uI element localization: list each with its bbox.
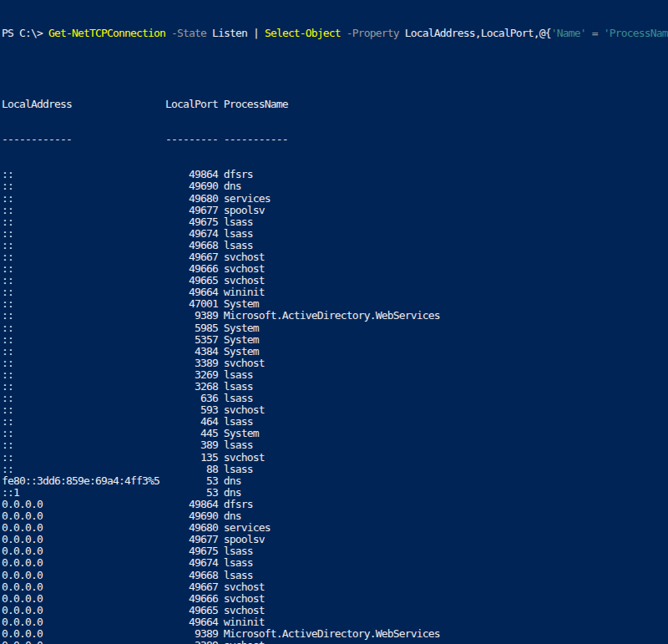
table-row: :: 3268 lsass [2,381,668,393]
table-row: 0.0.0.0 49864 dfsrs [2,499,668,510]
table-row: fe80::3dd6:859e:69a4:4ff3%5 53 dns [2,475,668,487]
space [165,27,171,39]
table-row: :: 464 lsass [2,416,668,428]
space [598,27,604,39]
table-row: :: 88 lsass [2,464,668,475]
table-row: :: 3269 lsass [2,369,668,381]
table-row: :: 3389 svchost [2,357,668,369]
table-row: :: 49666 svchost [2,263,668,275]
param-state: -State [171,27,206,39]
table-header-row: LocalAddress LocalPort ProcessName [2,99,668,110]
cmdlet-select-object: Select-Object [265,27,341,39]
table-row: :: 49674 lsass [2,228,668,240]
table-row: :: 49667 svchost [2,251,668,263]
table-row: 0.0.0.0 49666 svchost [2,593,668,605]
table-row: :: 49680 services [2,193,668,205]
table-row: 0.0.0.0 49665 svchost [2,605,668,616]
table-row: :: 49668 lsass [2,240,668,251]
table-row: :: 135 svchost [2,452,668,464]
command-line: PS C:\> Get-NetTCPConnection -State List… [2,28,668,39]
table-row: 0.0.0.0 9389 Microsoft.ActiveDirectory.W… [2,628,668,640]
table-row: 0.0.0.0 49667 svchost [2,581,668,593]
table-row: :: 593 svchost [2,404,668,416]
param-property: -Property [347,27,399,39]
table-row: ::1 53 dns [2,487,668,499]
prompt: PS C:\> [2,27,48,39]
table-row: :: 9389 Microsoft.ActiveDirectory.WebSer… [2,310,668,322]
table-row: :: 49864 dfsrs [2,169,668,180]
table-row: 0.0.0.0 49674 lsass [2,557,668,569]
table-row: :: 49677 spoolsv [2,205,668,216]
table-row: 0.0.0.0 49668 lsass [2,570,668,581]
table-row: 0.0.0.0 49690 dns [2,510,668,522]
pipe-operator: | [253,27,265,39]
table-separator-row: ------------ --------- ----------- [2,134,668,145]
powershell-terminal[interactable]: PS C:\> Get-NetTCPConnection -State List… [0,0,668,644]
cmdlet-get-nettcpconnection: Get-NetTCPConnection [48,27,165,39]
table-row: :: 5985 System [2,322,668,334]
table-row: :: 5357 System [2,334,668,346]
arg-listen: Listen [206,27,253,39]
table-row: :: 49665 svchost [2,275,668,287]
table-row: 0.0.0.0 49664 wininit [2,616,668,628]
table-row: :: 47001 System [2,298,668,310]
blank-line [2,63,668,74]
table-row: :: 4384 System [2,346,668,357]
table-row: 0.0.0.0 49675 lsass [2,545,668,557]
table-row: :: 389 lsass [2,439,668,451]
space [586,27,592,39]
space [341,27,347,39]
table-row: :: 445 System [2,428,668,439]
table-body: :: 49864 dfsrs:: 49690 dns:: 49680 servi… [2,169,668,644]
table-row: :: 49690 dns [2,180,668,192]
table-row: 0.0.0.0 49677 spoolsv [2,534,668,545]
table-row: :: 636 lsass [2,393,668,404]
equals-operator: = [592,27,598,39]
table-row: :: 49664 wininit [2,287,668,298]
table-row: 0.0.0.0 49680 services [2,522,668,534]
property-list: LocalAddress,LocalPort,@{ [399,27,551,39]
table-row: :: 49675 lsass [2,216,668,228]
string-name-key: 'Name' [551,27,586,39]
table-row: 0.0.0.0 3389 svchost [2,640,668,644]
string-processname: 'ProcessNam [604,27,668,39]
